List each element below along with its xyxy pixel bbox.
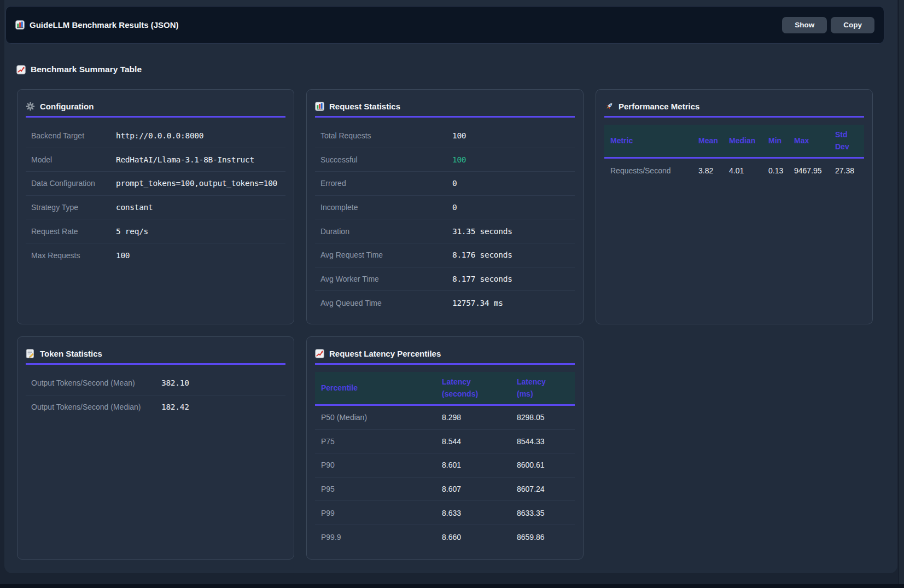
table-cell: 8298.05 [517, 413, 575, 422]
table-row: P958.6078607.24 [315, 478, 575, 502]
show-button[interactable]: Show [782, 17, 827, 33]
table-cell: P50 (Median) [315, 413, 442, 422]
kv-value: 182.42 [161, 403, 189, 411]
table-cell: P99.9 [315, 533, 442, 542]
footer-strip [0, 584, 904, 588]
kv-label: Strategy Type [31, 203, 116, 212]
kv-label: Max Requests [31, 251, 116, 260]
kv-label: Total Requests [320, 131, 452, 140]
kv-value: 382.10 [161, 379, 189, 387]
table-cell: P90 [315, 461, 442, 469]
configuration-card: Configuration Backend Target http://0.0.… [17, 89, 294, 324]
title-underline [315, 116, 575, 118]
kv-value: 0 [452, 179, 457, 188]
chart-increasing-icon [315, 349, 324, 358]
kv-value: 100 [452, 131, 466, 140]
page-container: GuideLLM Benchmark Results (JSON) Show C… [4, 0, 897, 573]
table-row: P99.98.6608659.86 [315, 525, 575, 549]
page-title-text: GuideLLM Benchmark Results (JSON) [30, 20, 179, 30]
kv-row: Errored 0 [315, 172, 575, 196]
kv-row: Avg Worker Time 8.177 seconds [315, 267, 575, 292]
table-cell: 0.13 [768, 166, 794, 175]
request-statistics-title-text: Request Statistics [329, 102, 400, 111]
kv-value: 0 [452, 203, 457, 212]
table-row: P50 (Median)8.2988298.05 [315, 406, 575, 430]
kv-label: Backend Target [31, 131, 116, 140]
kv-value: http://0.0.0.0:8000 [116, 131, 203, 140]
table-header-cell: Latency (seconds) [442, 376, 517, 400]
request-statistics-card: Request Statistics Total Requests 100 Su… [306, 89, 584, 324]
kv-row: Backend Target http://0.0.0.0:8000 [26, 124, 285, 148]
kv-label: Output Tokens/Second (Mean) [31, 379, 161, 387]
configuration-card-title: Configuration [26, 98, 285, 114]
token-statistics-card: Token Statistics Output Tokens/Second (M… [17, 336, 294, 560]
request-statistics-rows: Total Requests 100 Successful 100 Errore… [315, 124, 575, 315]
kv-value: RedHatAI/Llama-3.1-8B-Instruct [116, 155, 254, 164]
kv-label: Errored [320, 179, 452, 188]
table-header-row: PercentileLatency (seconds)Latency (ms) [315, 372, 575, 406]
kv-label: Incomplete [320, 203, 452, 212]
table-cell: 8659.86 [517, 533, 575, 542]
page-title: GuideLLM Benchmark Results (JSON) [15, 20, 179, 30]
summary-heading-text: Benchmark Summary Table [31, 65, 142, 74]
table-header-cell: Metric [604, 135, 698, 147]
token-statistics-title-text: Token Statistics [40, 349, 102, 358]
kv-value: 8.176 seconds [452, 251, 512, 259]
token-statistics-rows: Output Tokens/Second (Mean) 382.10 Outpu… [26, 371, 285, 419]
performance-metrics-card: Performance Metrics MetricMeanMedianMinM… [596, 89, 873, 324]
table-header-cell: Median [729, 135, 768, 147]
table-cell: 3.82 [698, 166, 729, 175]
performance-metrics-card-title: Performance Metrics [604, 98, 864, 114]
table-cell: 8607.24 [517, 485, 575, 493]
gear-icon [26, 102, 35, 111]
kv-label: Model [31, 155, 116, 164]
table-header-cell: Std Dev [835, 129, 864, 153]
kv-label: Duration [320, 227, 452, 236]
bar-chart-icon [15, 20, 25, 30]
kv-label: Successful [320, 155, 452, 164]
kv-row: Max Requests 100 [26, 243, 285, 267]
latency-percentiles-card-title: Request Latency Percentiles [315, 345, 575, 362]
table-cell: Requests/Second [604, 166, 698, 175]
results-header-bar: GuideLLM Benchmark Results (JSON) Show C… [5, 6, 884, 44]
table-header-row: MetricMeanMedianMinMaxStd Dev [604, 125, 864, 159]
kv-row: Duration 31.35 seconds [315, 219, 575, 243]
performance-metrics-table: MetricMeanMedianMinMaxStd DevRequests/Se… [604, 125, 864, 183]
kv-value: 31.35 seconds [452, 227, 512, 236]
token-statistics-card-title: Token Statistics [26, 345, 285, 362]
configuration-rows: Backend Target http://0.0.0.0:8000 Model… [26, 124, 285, 267]
kv-value: 100 [452, 155, 466, 164]
table-row: P998.6338633.35 [315, 501, 575, 525]
table-cell: 27.38 [835, 166, 864, 175]
kv-row: Request Rate 5 req/s [26, 219, 285, 243]
table-cell: P95 [315, 485, 442, 493]
latency-percentiles-table: PercentileLatency (seconds)Latency (ms)P… [315, 372, 575, 549]
kv-row: Output Tokens/Second (Median) 182.42 [26, 395, 285, 420]
kv-row: Data Configuration prompt_tokens=100,out… [26, 172, 285, 196]
table-header-cell: Max [794, 135, 835, 147]
kv-label: Avg Queued Time [320, 299, 452, 307]
performance-metrics-title-text: Performance Metrics [619, 102, 699, 111]
latency-percentiles-card: Request Latency Percentiles PercentileLa… [306, 336, 584, 560]
table-cell: 9467.95 [794, 166, 835, 175]
cards-grid: Configuration Backend Target http://0.0.… [17, 89, 873, 560]
kv-value: 12757.34 ms [452, 299, 503, 307]
table-cell: 8.633 [442, 509, 517, 517]
table-header-cell: Percentile [315, 382, 442, 394]
table-header-cell: Mean [698, 135, 729, 147]
kv-value: 100 [116, 251, 130, 260]
kv-row: Avg Queued Time 12757.34 ms [315, 291, 575, 315]
table-cell: 8.607 [442, 485, 517, 493]
kv-row: Avg Request Time 8.176 seconds [315, 243, 575, 267]
table-cell: 8.544 [442, 437, 517, 446]
title-underline [26, 116, 285, 118]
memo-icon [26, 349, 35, 358]
vertical-scrollbar[interactable] [899, 0, 904, 588]
kv-row: Model RedHatAI/Llama-3.1-8B-Instruct [26, 148, 285, 172]
copy-button[interactable]: Copy [831, 17, 874, 33]
table-header-cell: Min [768, 135, 794, 147]
table-cell: 8633.35 [517, 509, 575, 517]
table-cell: P99 [315, 509, 442, 517]
table-cell: 4.01 [729, 166, 768, 175]
table-cell: 8600.61 [517, 461, 575, 469]
